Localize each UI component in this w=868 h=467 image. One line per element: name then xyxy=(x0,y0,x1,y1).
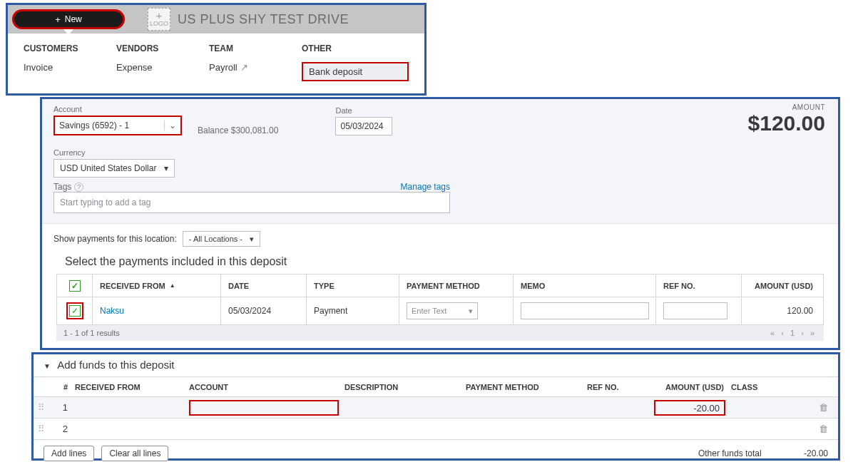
caret-down-icon: ▾ xyxy=(469,307,473,316)
results-count: 1 - 1 of 1 results xyxy=(63,329,120,337)
add-funds-footer: Add lines Clear all lines Other funds to… xyxy=(34,439,838,467)
payment-date: 05/03/2024 xyxy=(221,297,307,324)
collapse-icon: ▼ xyxy=(44,362,51,370)
plus-icon: + xyxy=(55,14,61,25)
row-num: 2 xyxy=(49,424,75,434)
payment-from-link[interactable]: Naksu xyxy=(100,306,124,316)
payments-table: ✓ RECEIVED FROM▲ DATE TYPE PAYMENT METHO… xyxy=(56,274,824,325)
balance-text: Balance $300,081.00 xyxy=(198,125,278,135)
menu-item-payroll[interactable]: Payroll↗ xyxy=(209,62,302,73)
help-icon[interactable]: ? xyxy=(74,183,83,192)
row-num: 1 xyxy=(49,402,75,413)
delete-row-icon[interactable]: 🗑 xyxy=(819,424,828,434)
payment-type: Payment xyxy=(307,297,399,324)
company-name: US PLUS SHY TEST DRIVE xyxy=(178,12,349,27)
col-ref-no[interactable]: REF NO. xyxy=(656,274,742,297)
show-payments-label: Show payments for this location: xyxy=(53,234,177,244)
new-menu-panel: + New +LOGO US PLUS SHY TEST DRIVE CUSTO… xyxy=(6,3,427,96)
sort-asc-icon: ▲ xyxy=(170,282,175,289)
tags-input[interactable]: Start typing to add a tag xyxy=(53,192,450,213)
col-pm: PAYMENT METHOD xyxy=(466,383,587,391)
pager-page: 1 xyxy=(790,329,795,337)
menu-header-vendors: VENDORS xyxy=(116,43,209,53)
results-bar: 1 - 1 of 1 results « ‹ 1 › » xyxy=(56,325,824,341)
pager: « ‹ 1 › » xyxy=(768,329,817,337)
delete-row-icon[interactable]: 🗑 xyxy=(819,402,828,413)
deposit-form-panel: AMOUNT $120.00 Account Savings (6592) - … xyxy=(40,97,840,350)
currency-label: Currency xyxy=(53,148,827,157)
add-lines-button[interactable]: Add lines xyxy=(44,446,94,461)
add-funds-row: ⠿ 2 🗑 xyxy=(34,418,838,439)
memo-input[interactable] xyxy=(521,302,649,319)
clear-lines-button[interactable]: Clear all lines xyxy=(101,446,168,461)
arrow-up-icon: ↗ xyxy=(240,62,248,73)
chevron-down-icon: ⌄ xyxy=(164,120,176,130)
logo-placeholder[interactable]: +LOGO xyxy=(148,8,170,31)
tags-label: Tags ? xyxy=(53,182,83,192)
col-from: RECEIVED FROM xyxy=(75,383,189,391)
drag-handle-icon[interactable]: ⠿ xyxy=(34,424,49,434)
col-type[interactable]: TYPE xyxy=(307,274,399,297)
account-label: Account xyxy=(53,105,182,113)
col-class: CLASS xyxy=(731,383,817,391)
col-received-from[interactable]: RECEIVED FROM▲ xyxy=(93,274,221,297)
menu-header-customers: CUSTOMERS xyxy=(24,43,116,53)
payment-method-input[interactable]: Enter Text▾ xyxy=(407,302,478,319)
add-funds-header: # RECEIVED FROM ACCOUNT DESCRIPTION PAYM… xyxy=(34,376,838,396)
amount-label: AMOUNT xyxy=(748,103,825,111)
deposit-amount: AMOUNT $120.00 xyxy=(748,103,825,135)
manage-tags-link[interactable]: Manage tags xyxy=(401,182,450,192)
other-funds-value: -20.00 xyxy=(764,448,828,458)
add-funds-row: ⠿ 1 -20.00 🗑 xyxy=(34,396,838,418)
account-select-value: Savings (6592) - 1 xyxy=(59,120,129,130)
pager-prev-icon[interactable]: ‹ xyxy=(781,329,784,337)
menu-col-other: OTHER Bank deposit xyxy=(302,43,394,81)
select-all-checkbox[interactable]: ✓ xyxy=(69,280,81,292)
pager-next-icon[interactable]: › xyxy=(801,329,804,337)
date-label: Date xyxy=(335,106,392,115)
menu-header-other: OTHER xyxy=(302,43,394,53)
row-account-input[interactable] xyxy=(189,400,339,416)
menu-item-bank-deposit[interactable]: Bank deposit xyxy=(302,62,409,81)
ref-input[interactable] xyxy=(663,302,727,319)
payments-table-header: ✓ RECEIVED FROM▲ DATE TYPE PAYMENT METHO… xyxy=(57,274,823,297)
menu-col-vendors: VENDORS Expense xyxy=(116,43,209,81)
menu-header-team: TEAM xyxy=(209,43,302,53)
col-num: # xyxy=(49,383,75,391)
col-amt: AMOUNT (USD) xyxy=(654,383,731,391)
payment-row: ✓ Naksu 05/03/2024 Payment Enter Text▾ 1… xyxy=(57,297,823,324)
amount-value: $120.00 xyxy=(748,111,825,135)
new-menu-grid: CUSTOMERS Invoice VENDORS Expense TEAM P… xyxy=(8,34,424,81)
new-button[interactable]: + New xyxy=(12,9,125,29)
col-description: DESCRIPTION xyxy=(344,383,466,391)
col-date[interactable]: DATE xyxy=(221,274,307,297)
menu-item-invoice[interactable]: Invoice xyxy=(24,62,116,73)
new-button-label: New xyxy=(65,14,82,24)
col-payment-method[interactable]: PAYMENT METHOD xyxy=(399,274,514,297)
payments-heading: Select the payments included in this dep… xyxy=(65,255,827,268)
pager-last-icon[interactable]: » xyxy=(810,329,815,337)
currency-select[interactable]: USD United States Dollar ▾ xyxy=(53,159,175,178)
col-memo[interactable]: MEMO xyxy=(514,274,656,297)
caret-down-icon: ▾ xyxy=(250,235,254,244)
row-amount-input[interactable]: -20.00 xyxy=(654,400,725,416)
other-funds-label: Other funds total xyxy=(698,448,762,458)
drag-handle-icon[interactable]: ⠿ xyxy=(34,402,49,413)
dropdown-caret-icon xyxy=(63,29,73,35)
col-ref: REF NO. xyxy=(587,383,654,391)
add-funds-panel: ▼ Add funds to this deposit # RECEIVED F… xyxy=(31,352,840,461)
add-funds-heading[interactable]: ▼ Add funds to this deposit xyxy=(44,359,838,371)
col-account: ACCOUNT xyxy=(189,383,344,391)
caret-down-icon: ▾ xyxy=(164,163,168,173)
account-select[interactable]: Savings (6592) - 1 ⌄ xyxy=(53,116,182,135)
menu-item-expense[interactable]: Expense xyxy=(116,62,209,73)
menu-col-customers: CUSTOMERS Invoice xyxy=(24,43,116,81)
menu-col-team: TEAM Payroll↗ xyxy=(209,43,302,81)
location-select[interactable]: - All Locations -▾ xyxy=(183,231,260,247)
payment-amount: 120.00 xyxy=(742,297,823,324)
pager-first-icon[interactable]: « xyxy=(770,329,775,337)
col-amount[interactable]: AMOUNT (USD) xyxy=(742,274,823,297)
date-input[interactable]: 05/03/2024 xyxy=(335,117,392,135)
payment-checkbox[interactable]: ✓ xyxy=(69,305,81,317)
